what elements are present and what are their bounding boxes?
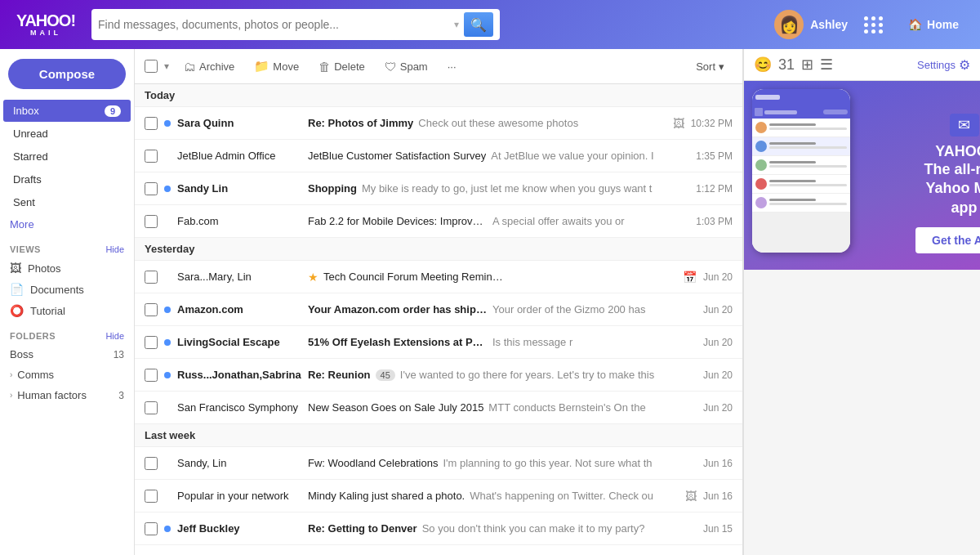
delete-button[interactable]: 🗑 Delete	[310, 56, 373, 77]
nav-items: Inbox9UnreadStarredDraftsSentMore	[0, 99, 134, 235]
sender: JetBlue Admin Office	[177, 150, 308, 162]
delete-icon: 🗑	[318, 60, 331, 74]
table-row[interactable]: Popular in your network Mindy Kaling jus…	[135, 480, 742, 512]
sort-button[interactable]: Sort ▾	[688, 57, 733, 76]
select-all-checkbox[interactable]	[145, 60, 158, 73]
sidebar-item-inbox[interactable]: Inbox9	[3, 100, 131, 122]
archive-button[interactable]: 🗂 Archive	[176, 56, 243, 77]
views-item-tutorial[interactable]: ⭕Tutorial	[0, 300, 134, 321]
folder-badge: 3	[118, 390, 124, 401]
email-checkbox[interactable]	[145, 401, 158, 414]
email-checkbox[interactable]	[145, 150, 158, 163]
table-row[interactable]: LivingSocial Escape 51% Off Eyelash Exte…	[135, 326, 742, 359]
checkbox-dropdown[interactable]: ▾	[164, 60, 169, 72]
user-area[interactable]: 👩 Ashley	[774, 10, 848, 39]
email-meta: 📅 Jun 20	[683, 271, 733, 284]
search-button[interactable]: 🔍	[464, 12, 493, 37]
email-checkbox[interactable]	[145, 271, 158, 284]
email-checkbox[interactable]	[145, 522, 158, 535]
get-app-button[interactable]: Get the App	[915, 227, 980, 253]
email-time: 10:32 PM	[691, 118, 733, 129]
ad-phone-mockup	[752, 89, 850, 253]
more-options-button[interactable]: ···	[439, 57, 465, 76]
unread-dot	[164, 339, 171, 346]
table-row[interactable]: JetBlue Admin Office JetBlue Customer Sa…	[135, 140, 742, 172]
search-dropdown-arrow[interactable]: ▾	[449, 19, 464, 30]
subject: 51% Off Eyelash Extensions at Pure Envy …	[308, 336, 488, 348]
section-header: Last week	[135, 424, 742, 447]
table-row[interactable]: Fab.com Fab 2.2 for Mobile Devices: Impr…	[135, 205, 742, 238]
email-checkbox[interactable]	[145, 490, 158, 503]
views-item-documents[interactable]: 📄Documents	[0, 279, 134, 300]
table-row[interactable]: Chase Card Services Thank you for schedu…	[135, 545, 742, 555]
sidebar-item-unread[interactable]: Unread	[3, 123, 131, 145]
email-meta: 🖼 10:32 PM	[673, 117, 733, 130]
header-right: 👩 Ashley 🏠 Home	[774, 10, 967, 39]
move-icon: 📁	[254, 59, 270, 74]
folders-hide-btn[interactable]: Hide	[105, 331, 124, 341]
folder-item-human-factors[interactable]: ›Human factors3	[0, 385, 134, 405]
move-button[interactable]: 📁 Move	[246, 56, 307, 77]
preview: I've wanted to go there for years. Let's…	[400, 369, 697, 381]
unread-dot	[164, 186, 171, 192]
list-view-icon[interactable]: ☰	[820, 56, 833, 74]
table-row[interactable]: Sandy, Lin Fw: Woodland Celebrations I'm…	[135, 447, 742, 480]
table-row[interactable]: Sara Quinn Re: Photos of Jimmy Check out…	[135, 107, 742, 140]
email-meta: 1:12 PM	[696, 183, 733, 195]
subject: Re: Getting to Denver	[308, 522, 417, 535]
sidebar-item-more[interactable]: More	[0, 214, 134, 235]
spam-button[interactable]: 🛡 Spam	[376, 56, 436, 77]
folder-item-boss[interactable]: Boss13	[0, 344, 134, 365]
table-row[interactable]: San Francisco Symphony New Season Goes o…	[135, 392, 742, 424]
folder-badge: 13	[114, 349, 124, 360]
table-row[interactable]: Amazon.com Your Amazon.com order has shi…	[135, 293, 742, 326]
attachment-icon: 🖼	[685, 490, 697, 503]
email-checkbox[interactable]	[145, 336, 158, 349]
folder-item-comms[interactable]: ›Comms	[0, 365, 134, 385]
email-checkbox[interactable]	[145, 182, 158, 195]
sender: Sara Quinn	[177, 117, 308, 129]
grid-view-icon[interactable]: ⊞	[801, 56, 813, 74]
email-list: ▾ 🗂 Archive 📁 Move 🗑 Delete 🛡 Spam ···	[135, 49, 743, 555]
count-badge: 45	[376, 369, 395, 381]
table-row[interactable]: Russ...Jonathan,Sabrina Re: Reunion 45 I…	[135, 359, 742, 392]
settings-link[interactable]: Settings ⚙	[917, 57, 970, 73]
email-checkbox[interactable]	[145, 457, 158, 470]
section-header: Today	[135, 84, 742, 107]
apps-grid-icon[interactable]	[861, 13, 887, 37]
views-hide-btn[interactable]: Hide	[105, 244, 124, 254]
sidebar-item-starred[interactable]: Starred	[3, 145, 131, 168]
subject: Re: Reunion	[308, 369, 371, 381]
sidebar-item-sent[interactable]: Sent	[3, 191, 131, 213]
sender: Russ...Jonathan,Sabrina	[177, 369, 308, 381]
views-item-label: Photos	[28, 262, 60, 275]
subject: Re: Photos of Jimmy	[308, 117, 413, 129]
calendar-icon[interactable]: 31	[778, 56, 795, 74]
email-checkbox[interactable]	[145, 303, 158, 316]
email-content: 51% Off Eyelash Extensions at Pure Envy …	[308, 336, 697, 348]
email-time: Jun 16	[703, 490, 733, 502]
unread-dot	[164, 372, 171, 378]
documents-icon: 📄	[10, 283, 24, 296]
table-row[interactable]: Sandy Lin Shopping My bike is ready to g…	[135, 172, 742, 205]
sidebar-item-drafts[interactable]: Drafts	[3, 168, 131, 190]
unread-dot	[164, 526, 171, 532]
email-checkbox[interactable]	[145, 117, 158, 130]
sender: Sandy Lin	[177, 182, 308, 195]
search-input[interactable]	[98, 18, 449, 31]
compose-button[interactable]: Compose	[8, 59, 126, 89]
sidebar-item-label: Sent	[13, 196, 35, 208]
home-link[interactable]: 🏠 Home	[900, 13, 967, 36]
sender: Fab.com	[177, 215, 308, 227]
logo-text: YAHOO!	[16, 12, 75, 29]
avatar: 👩	[774, 10, 804, 39]
toolbar: ▾ 🗂 Archive 📁 Move 🗑 Delete 🛡 Spam ···	[135, 49, 742, 84]
email-meta: Jun 20	[703, 337, 733, 348]
table-row[interactable]: Sara...Mary, Lin ★ Tech Council Forum Me…	[135, 261, 742, 293]
ad-yahoo-logo: YAHOO!	[935, 143, 980, 160]
email-checkbox[interactable]	[145, 215, 158, 228]
views-item-photos[interactable]: 🖼Photos	[0, 257, 134, 279]
smiley-icon[interactable]: 😊	[754, 56, 772, 74]
email-checkbox[interactable]	[145, 369, 158, 382]
table-row[interactable]: Jeff Buckley Re: Getting to Denver So yo…	[135, 512, 742, 545]
